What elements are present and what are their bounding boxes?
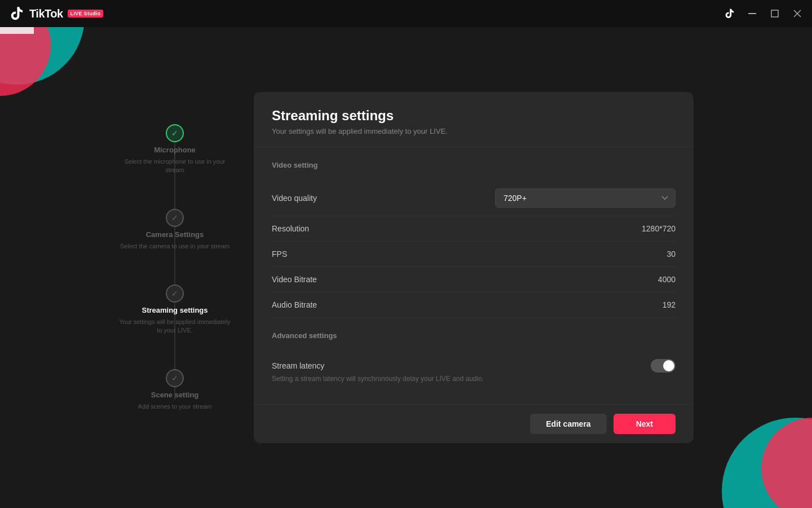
window-controls — [724, 8, 803, 19]
streaming-settings-panel: Streaming settings Your settings will be… — [254, 92, 694, 443]
step-streaming: ✓ Streaming settings Your settings will … — [118, 284, 231, 335]
tiktok-icon — [9, 6, 25, 21]
check-grey-icon-2: ✓ — [171, 289, 178, 298]
tiktok-nav-icon[interactable] — [724, 8, 735, 19]
fps-row: FPS 30 — [272, 242, 676, 267]
step-camera-desc: Select the camera to use in your stream — [120, 242, 230, 251]
main-content: ✓ Microphone Select the microphone to us… — [0, 27, 812, 508]
live-studio-badge: LIVE Studio — [68, 10, 104, 17]
step-streaming-icon: ✓ — [166, 284, 184, 303]
video-quality-label: Video quality — [272, 194, 317, 203]
panel-footer: Edit camera Next — [254, 404, 694, 443]
panel-title: Streaming settings — [272, 108, 676, 124]
step-camera-icon: ✓ — [166, 209, 184, 227]
panel-subtitle: Your settings will be applied immediatel… — [272, 127, 676, 135]
audio-bitrate-value: 192 — [663, 300, 676, 309]
panel-header: Streaming settings Your settings will be… — [254, 92, 694, 147]
fps-value: 30 — [667, 249, 676, 259]
advanced-section: Advanced settings Stream latency Setting… — [272, 331, 676, 391]
audio-bitrate-row: Audio Bitrate 192 — [272, 292, 676, 318]
step-microphone: ✓ Microphone Select the microphone to us… — [118, 124, 231, 175]
step-microphone-icon: ✓ — [166, 124, 184, 142]
video-bitrate-value: 4000 — [658, 275, 676, 284]
advanced-label: Advanced settings — [272, 331, 676, 340]
step-scene: ✓ Scene setting Add scenes to your strea… — [118, 369, 231, 411]
check-grey-icon-3: ✓ — [171, 374, 178, 383]
stream-latency-header: Stream latency — [272, 359, 676, 373]
edit-camera-button[interactable]: Edit camera — [530, 414, 606, 434]
stream-latency-desc: Setting a stream latency will synchronou… — [272, 375, 610, 383]
title-bar: TikTok LIVE Studio — [0, 0, 812, 27]
restore-button[interactable] — [769, 8, 780, 19]
video-setting-label: Video setting — [272, 161, 676, 169]
app-logo: TikTok LIVE Studio — [9, 6, 103, 21]
video-quality-dropdown[interactable]: 720P+ 1080P 480P 360P — [495, 189, 676, 208]
minimize-button[interactable] — [747, 8, 758, 19]
video-quality-row: Video quality 720P+ 1080P 480P 360P — [272, 181, 676, 216]
app-name: TikTok — [29, 7, 63, 20]
resolution-row: Resolution 1280*720 — [272, 216, 676, 242]
panel-body: Video setting Video quality 720P+ 1080P … — [254, 147, 694, 404]
check-grey-icon: ✓ — [171, 213, 178, 222]
step-streaming-desc: Your settings will be applied immediatel… — [118, 318, 231, 335]
step-scene-title: Scene setting — [151, 391, 199, 399]
step-microphone-desc: Select the microphone to use in your str… — [118, 157, 231, 175]
resolution-value: 1280*720 — [642, 224, 676, 233]
step-camera-title: Camera Settings — [146, 230, 204, 239]
step-camera: ✓ Camera Settings Select the camera to u… — [118, 209, 231, 251]
audio-bitrate-label: Audio Bitrate — [272, 300, 317, 309]
step-microphone-title: Microphone — [154, 146, 196, 154]
video-bitrate-row: Video Bitrate 4000 — [272, 267, 676, 292]
svg-rect-1 — [771, 10, 778, 17]
step-scene-icon: ✓ — [166, 369, 184, 387]
check-icon: ✓ — [171, 129, 178, 138]
steps-sidebar: ✓ Microphone Select the microphone to us… — [118, 124, 231, 411]
fps-label: FPS — [272, 249, 287, 259]
step-scene-desc: Add scenes to your stream — [138, 402, 212, 411]
stream-latency-label: Stream latency — [272, 361, 324, 370]
resolution-label: Resolution — [272, 224, 309, 233]
video-bitrate-label: Video Bitrate — [272, 275, 317, 284]
step-streaming-title: Streaming settings — [142, 306, 208, 314]
stream-latency-toggle[interactable] — [651, 359, 676, 373]
stream-latency-row: Stream latency Setting a stream latency … — [272, 351, 676, 391]
next-button[interactable]: Next — [614, 414, 676, 434]
steps-line — [174, 135, 175, 400]
close-button[interactable] — [792, 8, 803, 19]
svg-rect-0 — [748, 13, 756, 14]
